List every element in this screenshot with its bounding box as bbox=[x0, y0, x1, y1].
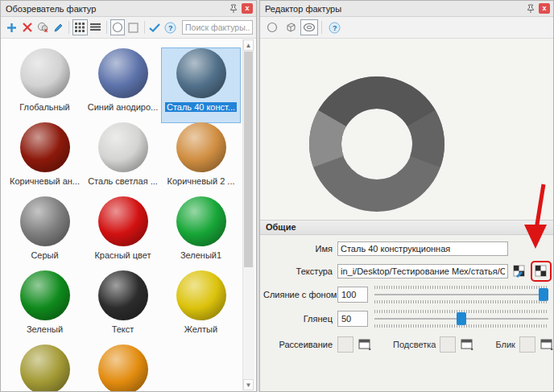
gloss-slider[interactable] bbox=[374, 309, 548, 328]
material-tile[interactable]: Коричневый 2 ... bbox=[162, 122, 240, 196]
highlight-label: Подсветка bbox=[393, 340, 436, 349]
preview-sphere-button[interactable] bbox=[110, 19, 125, 35]
vertical-scrollbar[interactable]: ▲ ▼ bbox=[242, 39, 254, 390]
material-sphere-preview bbox=[98, 196, 148, 246]
slider-ticks bbox=[374, 300, 548, 303]
svg-text:?: ? bbox=[168, 24, 173, 32]
name-field[interactable] bbox=[337, 241, 508, 256]
toolbar-separator bbox=[106, 21, 107, 34]
svg-text:?: ? bbox=[333, 24, 337, 32]
toolbar-separator bbox=[68, 21, 69, 34]
texture-row: Текстура bbox=[263, 261, 550, 282]
diffuse-color-swatch[interactable] bbox=[337, 336, 353, 353]
material-tile[interactable]: Синий анодиро... bbox=[84, 48, 162, 122]
texture-label: Текстура bbox=[263, 266, 337, 276]
browser-toolbar: x ? bbox=[1, 17, 256, 39]
purge-textures-button[interactable]: x bbox=[35, 19, 50, 35]
toolbar-separator bbox=[144, 21, 145, 34]
general-form: Имя Текстура Слияние с bbox=[260, 235, 553, 353]
specular-color-swatch[interactable] bbox=[519, 336, 535, 353]
material-tile[interactable]: Зеленый1 bbox=[162, 196, 240, 270]
diffuse-group: Рассеивание bbox=[263, 336, 372, 353]
editor-titlebar: Редактор фактуры x bbox=[260, 1, 553, 17]
edit-texture-map-button[interactable] bbox=[512, 264, 527, 279]
material-name-label: Текст bbox=[110, 324, 136, 334]
specular-picker-button[interactable] bbox=[540, 337, 554, 352]
edit-texture-button[interactable] bbox=[51, 19, 65, 35]
material-tile[interactable]: Коричневый ан... bbox=[6, 122, 84, 196]
material-name-label: Коричневый ан... bbox=[8, 176, 81, 186]
material-tile[interactable]: Желтый bbox=[162, 270, 240, 345]
svg-text:x: x bbox=[44, 27, 48, 33]
scrollbar-thumb[interactable] bbox=[244, 52, 253, 267]
material-name-label: Синий анодиро... bbox=[86, 102, 160, 112]
material-tile[interactable]: Серый bbox=[6, 196, 84, 270]
gloss-value-field[interactable] bbox=[337, 311, 368, 327]
help-icon[interactable]: ? bbox=[325, 19, 343, 35]
gloss-slider-handle[interactable] bbox=[457, 312, 466, 325]
preview-square-button[interactable] bbox=[126, 19, 140, 35]
preview-shape-cube-button[interactable] bbox=[282, 19, 300, 35]
slider-groove bbox=[374, 294, 548, 295]
material-sphere-preview bbox=[176, 122, 226, 172]
name-row: Имя bbox=[263, 241, 550, 256]
help-icon[interactable]: ? bbox=[163, 19, 178, 35]
apply-button[interactable] bbox=[147, 19, 162, 35]
material-sphere-preview bbox=[20, 48, 70, 98]
toolbar-separator bbox=[321, 21, 322, 34]
annotation-highlight-ring bbox=[531, 261, 552, 282]
diffuse-picker-button[interactable] bbox=[358, 337, 372, 352]
close-icon[interactable]: x bbox=[539, 3, 550, 14]
blend-slider[interactable] bbox=[374, 285, 548, 304]
material-tile[interactable] bbox=[6, 345, 84, 391]
material-tile[interactable] bbox=[84, 345, 162, 391]
material-sphere-preview bbox=[98, 270, 148, 320]
select-texture-button[interactable] bbox=[534, 264, 548, 279]
material-name-label: Желтый bbox=[183, 324, 219, 334]
highlight-group: Подсветка bbox=[393, 336, 474, 353]
material-tile[interactable]: Сталь светлая ... bbox=[84, 122, 162, 196]
view-list-button[interactable] bbox=[89, 19, 103, 35]
material-name-label: Серый bbox=[29, 250, 60, 260]
material-sphere-preview bbox=[98, 48, 148, 98]
torus-preview bbox=[305, 74, 449, 219]
material-sphere-preview bbox=[20, 196, 70, 246]
texture-editor-panel: Редактор фактуры x ? bbox=[259, 0, 554, 392]
blend-row: Слияние с фоном bbox=[263, 285, 550, 304]
texture-browser-panel: Обозреватель фактур x x bbox=[0, 0, 257, 392]
material-name-label: Коричневый 2 ... bbox=[165, 176, 236, 186]
material-sphere-preview bbox=[20, 345, 70, 391]
material-tile[interactable]: Текст bbox=[84, 270, 162, 345]
material-tile[interactable]: Сталь 40 конст... bbox=[162, 48, 240, 122]
delete-texture-button[interactable] bbox=[19, 19, 34, 35]
pin-icon[interactable] bbox=[228, 3, 239, 14]
pin-icon[interactable] bbox=[525, 3, 536, 14]
blend-slider-handle[interactable] bbox=[539, 288, 548, 301]
close-icon[interactable]: x bbox=[242, 3, 253, 14]
add-texture-button[interactable] bbox=[4, 19, 19, 35]
material-sphere-preview bbox=[98, 122, 148, 172]
material-tile[interactable]: Красный цвет bbox=[84, 196, 162, 270]
highlight-color-swatch[interactable] bbox=[440, 336, 456, 353]
material-name-label: Зеленый1 bbox=[179, 250, 223, 260]
specular-label: Блик bbox=[495, 340, 515, 349]
preview-shape-torus-button[interactable] bbox=[300, 19, 318, 35]
material-grid-area: Глобальный Синий анодиро... Сталь 40 кон… bbox=[1, 39, 256, 391]
browser-titlebar: Обозреватель фактур x bbox=[1, 1, 256, 17]
search-input[interactable] bbox=[182, 20, 253, 35]
texture-path-field[interactable] bbox=[337, 264, 508, 279]
diffuse-label: Рассеивание bbox=[263, 340, 337, 349]
blend-value-field[interactable] bbox=[337, 287, 368, 303]
scroll-up-icon[interactable]: ▲ bbox=[243, 39, 254, 51]
preview-shape-sphere-button[interactable] bbox=[263, 19, 281, 35]
scroll-down-icon[interactable]: ▼ bbox=[243, 379, 254, 390]
highlight-picker-button[interactable] bbox=[460, 337, 474, 352]
general-section-header: Общие bbox=[260, 221, 553, 235]
blend-label: Слияние с фоном bbox=[263, 290, 337, 299]
material-tile[interactable]: Зеленый bbox=[6, 270, 84, 345]
name-label: Имя bbox=[263, 244, 337, 254]
material-tile[interactable]: Глобальный bbox=[6, 48, 84, 122]
gloss-label: Глянец bbox=[263, 314, 337, 324]
view-grid-button[interactable] bbox=[72, 19, 87, 35]
material-sphere-preview bbox=[20, 270, 70, 320]
